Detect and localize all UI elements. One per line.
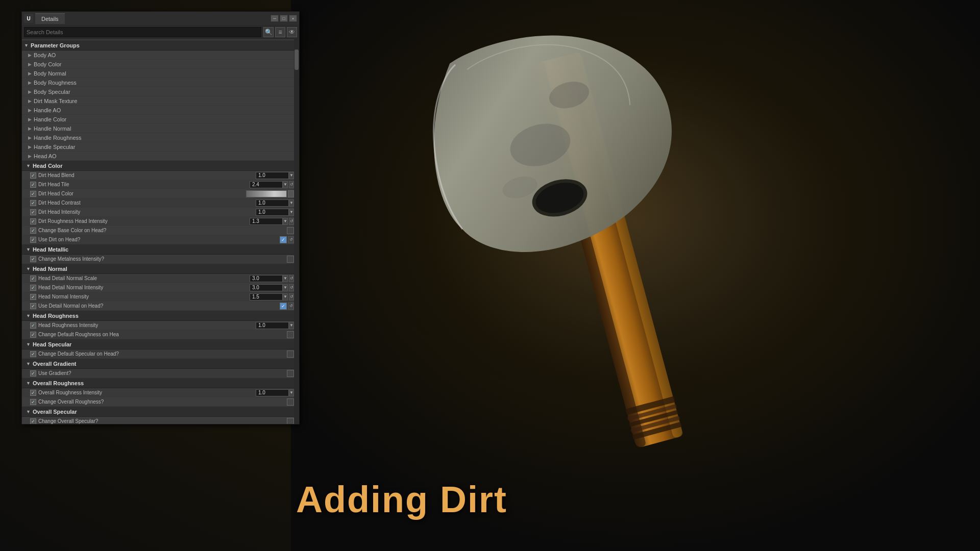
value-change-default-roughness-on-head[interactable] (287, 331, 294, 338)
group-head-color-header[interactable]: ▼ Head Color (22, 161, 294, 171)
checkbox-dirt-head-tile[interactable] (30, 182, 36, 188)
checkbox-dirt-head-color[interactable] (30, 191, 36, 197)
group-item-handle-ao[interactable]: ▶ Handle AO (22, 106, 294, 115)
scrollbar[interactable] (294, 39, 299, 424)
checkbox-head-roughness-intensity[interactable] (30, 322, 36, 329)
group-head-metallic-header[interactable]: ▼ Head Metallic (22, 244, 294, 255)
label-dirt-head-contrast: Dirt Head Contrast (38, 200, 256, 206)
group-item-body-color[interactable]: ▶ Body Color (22, 60, 294, 69)
group-item-body-specular[interactable]: ▶ Body Specular (22, 87, 294, 96)
settings-icon[interactable]: 👁 (287, 27, 297, 37)
value-change-default-specular-on-head[interactable] (287, 350, 294, 358)
value-head-detail-normal-scale: 3.0 ▼ ↺ (250, 275, 294, 282)
value-change-overall-specular[interactable] (287, 418, 294, 424)
details-tab[interactable]: Details (35, 13, 65, 24)
group-item-body-roughness[interactable]: ▶ Body Roughness (22, 78, 294, 87)
spin-arrow-dirt-head-tile[interactable]: ▼ (283, 181, 288, 188)
spin-field-dirt-head-contrast[interactable]: 1.0 (256, 199, 289, 207)
reset-btn-dirt-head-tile[interactable]: ↺ (289, 181, 294, 188)
spin-field-head-normal-intensity[interactable]: 1.5 (250, 293, 283, 300)
spin-field-dirt-roughness-head-intensity[interactable]: 1.3 (250, 218, 283, 225)
search-bar: 🔍 ≡ 👁 (22, 25, 299, 39)
group-item-handle-roughness[interactable]: ▶ Handle Roughness (22, 133, 294, 142)
spin-field-dirt-head-tile[interactable]: 2.4 (250, 181, 283, 188)
checkbox-dirt-roughness-head-intensity[interactable] (30, 218, 36, 224)
label-dirt-head-tile: Dirt Head Tile (38, 182, 250, 187)
label-dirt-head-intensity: Dirt Head Intensity (38, 209, 256, 215)
reset-btn-head-detail-normal-scale[interactable]: ↺ (289, 275, 294, 282)
spin-field-dirt-head-intensity[interactable]: 1.0 (256, 209, 289, 216)
group-overall-specular-header[interactable]: ▼ Overall Specular (22, 407, 294, 417)
spin-arrow-dirt-roughness-head-intensity[interactable]: ▼ (283, 218, 288, 225)
spin-arrow-dirt-head-intensity[interactable]: ▼ (289, 209, 294, 216)
spin-field-head-detail-normal-scale[interactable]: 3.0 (250, 275, 283, 282)
group-item-head-ao[interactable]: ▶ Head AO (22, 152, 294, 161)
view-options-icon[interactable]: ≡ (275, 27, 285, 37)
prop-row-dirt-head-intensity: Dirt Head Intensity 1.0 ▼ (22, 208, 294, 217)
spin-arrow-overall-roughness-intensity[interactable]: ▼ (289, 389, 294, 396)
spin-arrow-dirt-head-blend[interactable]: ▼ (289, 172, 294, 179)
parameter-groups-header[interactable]: ▼ Parameter Groups (22, 40, 294, 51)
spin-field-head-roughness-intensity[interactable]: 1.0 (256, 322, 289, 329)
reset-use-dirt-on-head[interactable]: ↺ (288, 236, 294, 243)
prop-row-dirt-head-tile: Dirt Head Tile 2.4 ▼ ↺ (22, 180, 294, 189)
group-overall-gradient-header[interactable]: ▼ Overall Gradient (22, 359, 294, 369)
checkbox-head-normal-intensity[interactable] (30, 294, 36, 300)
value-use-detail-normal-on-head[interactable] (280, 303, 287, 310)
group-head-normal-header[interactable]: ▼ Head Normal (22, 264, 294, 274)
spin-field-head-detail-normal-intensity[interactable]: 3.0 (250, 284, 283, 291)
checkbox-head-detail-normal-intensity[interactable] (30, 285, 36, 291)
group-item-handle-normal[interactable]: ▶ Handle Normal (22, 124, 294, 133)
reset-btn-head-detail-normal-intensity[interactable]: ↺ (289, 284, 294, 291)
group-item-handle-color[interactable]: ▶ Handle Color (22, 115, 294, 124)
checkbox-use-gradient[interactable] (30, 370, 36, 377)
reset-btn-head-normal-intensity[interactable]: ↺ (289, 293, 294, 300)
value-use-gradient[interactable] (287, 370, 294, 377)
checkbox-dirt-head-intensity[interactable] (30, 209, 36, 215)
value-change-base-color-on-head[interactable] (287, 227, 294, 234)
color-picker-btn[interactable] (288, 190, 294, 197)
value-change-metalness-intensity[interactable] (287, 256, 294, 263)
spin-field-overall-roughness-intensity[interactable]: 1.0 (256, 389, 289, 396)
reset-btn-dirt-roughness-head-intensity[interactable]: ↺ (289, 218, 294, 225)
group-item-body-normal[interactable]: ▶ Body Normal (22, 69, 294, 78)
checkbox-dirt-head-contrast[interactable] (30, 200, 36, 206)
search-input[interactable] (24, 27, 261, 37)
group-head-roughness-header[interactable]: ▼ Head Roughness (22, 311, 294, 321)
color-swatch-dirt-head-color[interactable] (246, 190, 287, 197)
spin-arrow-head-detail-normal-intensity[interactable]: ▼ (283, 284, 288, 291)
scrollbar-thumb[interactable] (295, 49, 299, 70)
spin-arrow-head-roughness-intensity[interactable]: ▼ (289, 322, 294, 329)
checkbox-use-dirt-on-head[interactable] (30, 237, 36, 243)
checkbox-change-overall-specular[interactable] (30, 418, 36, 424)
checkbox-use-detail-normal-on-head[interactable] (30, 303, 36, 309)
search-icon[interactable]: 🔍 (263, 27, 274, 37)
group-item-dirt-mask-texture[interactable]: ▶ Dirt Mask Texture (22, 96, 294, 106)
spin-arrow-dirt-head-contrast[interactable]: ▼ (289, 199, 294, 207)
group-item-body-ao[interactable]: ▶ Body AO (22, 51, 294, 60)
ue-logo: U (24, 14, 33, 23)
checkbox-overall-roughness-intensity[interactable] (30, 390, 36, 396)
spin-arrow-head-detail-normal-scale[interactable]: ▼ (283, 275, 288, 282)
reset-use-detail-normal-on-head[interactable]: ↺ (288, 303, 294, 310)
checkbox-dirt-head-blend[interactable] (30, 172, 36, 179)
checkbox-change-default-roughness-on-head[interactable] (30, 332, 36, 338)
minimize-button[interactable]: ─ (271, 15, 279, 22)
spin-field-dirt-head-blend[interactable]: 1.0 (256, 172, 289, 179)
checkbox-change-overall-roughness[interactable] (30, 399, 36, 405)
value-dirt-head-tile: 2.4 ▼ ↺ (250, 181, 294, 188)
maximize-button[interactable]: □ (280, 15, 288, 22)
group-item-handle-specular[interactable]: ▶ Handle Specular (22, 142, 294, 152)
group-head-specular-header[interactable]: ▼ Head Specular (22, 339, 294, 349)
checkbox-head-detail-normal-scale[interactable] (30, 276, 36, 282)
close-button[interactable]: × (289, 15, 297, 22)
value-dirt-head-blend: 1.0 ▼ (256, 172, 294, 179)
spin-arrow-head-normal-intensity[interactable]: ▼ (283, 293, 288, 300)
group-overall-roughness-header[interactable]: ▼ Overall Roughness (22, 378, 294, 388)
value-change-overall-roughness[interactable] (287, 398, 294, 406)
checkbox-change-default-specular-on-head[interactable] (30, 351, 36, 357)
prop-row-change-base-color-on-head: Change Base Color on Head? (22, 226, 294, 235)
value-use-dirt-on-head[interactable] (280, 236, 287, 243)
checkbox-change-metalness-intensity[interactable] (30, 256, 36, 262)
checkbox-change-base-color-on-head[interactable] (30, 228, 36, 234)
